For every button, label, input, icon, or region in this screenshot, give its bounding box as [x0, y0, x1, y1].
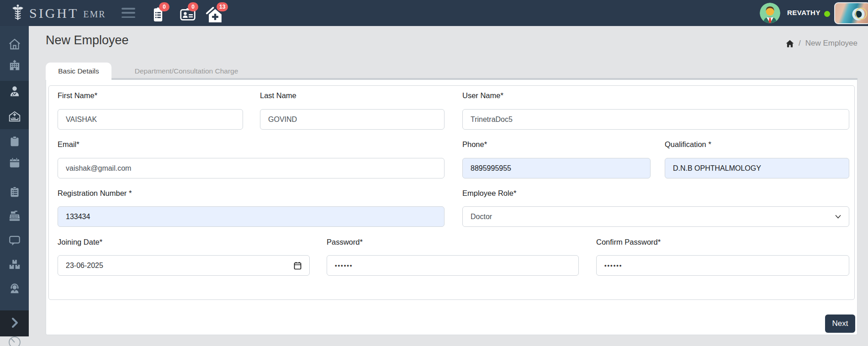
chat-bubble-icon: [8, 234, 21, 249]
hospital-building-icon: [8, 59, 21, 74]
sidebar-item-billing[interactable]: [0, 210, 29, 224]
sidebar-item-clipboard[interactable]: [0, 136, 29, 149]
patients-nav-button[interactable]: 0: [180, 5, 196, 22]
appointments-nav-button[interactable]: 0: [151, 5, 167, 22]
confirm-password-label: Confirm Password*: [596, 238, 661, 246]
sidebar-item-inventory[interactable]: [0, 259, 29, 273]
employee-role-select[interactable]: Doctor: [462, 206, 849, 227]
brand-name: SIGHT: [29, 5, 79, 21]
next-button[interactable]: Next: [825, 315, 855, 333]
joining-date-label: Joining Date*: [58, 238, 102, 246]
last-name-label: Last Name: [260, 91, 296, 100]
doctor-icon: [8, 84, 21, 100]
hospital-nav-button[interactable]: 13: [206, 5, 222, 22]
registration-number-input[interactable]: [58, 206, 445, 227]
chevron-down-icon: [835, 215, 841, 219]
breadcrumb-current: New Employee: [805, 39, 857, 48]
joining-date-input[interactable]: 23-06-2025: [58, 255, 310, 276]
online-status-dot: [824, 11, 830, 17]
user-name[interactable]: REVATHY: [787, 9, 820, 16]
inventory-boxes-icon: [8, 258, 21, 273]
breadcrumb-home-icon[interactable]: [786, 40, 794, 47]
registration-number-label: Registration Number *: [58, 189, 132, 198]
basic-details-panel: First Name* Last Name User Name* Email*: [48, 85, 855, 300]
employee-role-value: Doctor: [471, 213, 492, 221]
calendar-icon: [8, 156, 21, 172]
top-header-bar: SIGHT EMR 0: [0, 0, 868, 26]
user-avatar[interactable]: [760, 3, 780, 23]
joining-date-value: 23-06-2025: [66, 262, 103, 270]
sidebar-item-task-list[interactable]: [0, 186, 29, 200]
tab-department-label: Department/Consultation Charge: [135, 67, 238, 75]
tab-basic-details[interactable]: Basic Details: [46, 63, 111, 80]
last-name-input[interactable]: [260, 109, 445, 130]
sidebar-item-hospital[interactable]: [0, 60, 29, 73]
cash-register-icon: [8, 210, 21, 225]
task-list-icon: [8, 185, 21, 201]
user-name-label: User Name*: [462, 91, 503, 100]
breadcrumb-separator: /: [799, 39, 801, 48]
sidebar-item-calendar[interactable]: [0, 157, 29, 171]
sidebar-item-doctor[interactable]: [0, 85, 29, 99]
user-photo-thumbnail[interactable]: [834, 2, 868, 24]
caduceus-icon: [11, 4, 25, 22]
password-dots: ••••••: [335, 262, 353, 269]
sidebar-item-support[interactable]: [0, 283, 29, 296]
sidebar-nav: [0, 26, 29, 310]
first-name-input[interactable]: [58, 109, 243, 130]
sidebar-item-home[interactable]: [0, 38, 29, 52]
confirm-password-dots: ••••••: [604, 262, 622, 269]
appointments-count-badge: 0: [159, 2, 169, 11]
first-name-label: First Name*: [58, 91, 97, 100]
clipboard-icon: [8, 135, 21, 150]
sidebar-expand-button[interactable]: [0, 310, 29, 336]
phone-input[interactable]: [462, 158, 651, 178]
page-title: New Employee: [46, 33, 129, 47]
sidebar-item-chat[interactable]: [0, 235, 29, 248]
employee-role-label: Employee Role*: [462, 189, 516, 198]
main-content: New Employee / New Employee Basic Detail…: [29, 26, 868, 346]
qualification-input[interactable]: [665, 158, 849, 178]
support-headset-icon: [8, 282, 21, 297]
ward-admission-icon: [8, 110, 21, 125]
email-input[interactable]: [58, 158, 445, 178]
password-input[interactable]: ••••••: [327, 255, 579, 276]
qualification-label: Qualification *: [665, 140, 711, 149]
email-label: Email*: [58, 140, 79, 149]
brand-logo[interactable]: SIGHT EMR: [11, 0, 106, 26]
password-label: Password*: [327, 238, 363, 246]
user-name-input[interactable]: [462, 109, 849, 130]
sidebar-item-ward[interactable]: [0, 110, 29, 124]
calendar-picker-icon[interactable]: [294, 262, 302, 270]
app-window: SIGHT EMR 0: [0, 0, 868, 346]
patients-count-badge: 0: [188, 2, 198, 11]
loupe-ring: [855, 8, 867, 20]
home-icon: [8, 37, 21, 53]
tab-content-card: First Name* Last Name User Name* Email*: [46, 80, 857, 335]
tab-department-consultation-charge[interactable]: Department/Consultation Charge: [120, 63, 253, 80]
hospital-count-badge: 13: [217, 2, 228, 11]
brand-suffix: EMR: [83, 6, 106, 20]
breadcrumb: / New Employee: [786, 39, 857, 48]
chevron-right-icon: [10, 317, 20, 330]
phone-label: Phone*: [462, 140, 487, 149]
tab-basic-details-label: Basic Details: [58, 67, 99, 75]
confirm-password-input[interactable]: ••••••: [596, 255, 849, 276]
clock-icon: [8, 336, 21, 346]
sidebar-toggle-button[interactable]: [122, 8, 135, 18]
